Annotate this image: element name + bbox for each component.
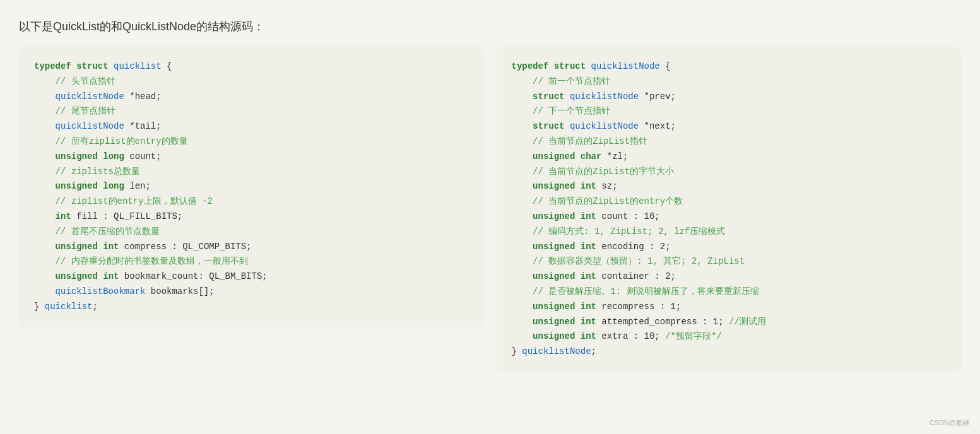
quicklistnode-code-box: typedef struct quicklistNode { // 前一个节点指… [497, 47, 962, 372]
watermark: CSDN@稻禅 [930, 418, 970, 428]
quicklist-code-box: typedef struct quicklist { // 头节点指针 quic… [19, 47, 484, 327]
code-panels: typedef struct quicklist { // 头节点指针 quic… [19, 47, 961, 372]
page-title: 以下是QuickList的和QuickListNode的结构源码： [19, 19, 961, 34]
